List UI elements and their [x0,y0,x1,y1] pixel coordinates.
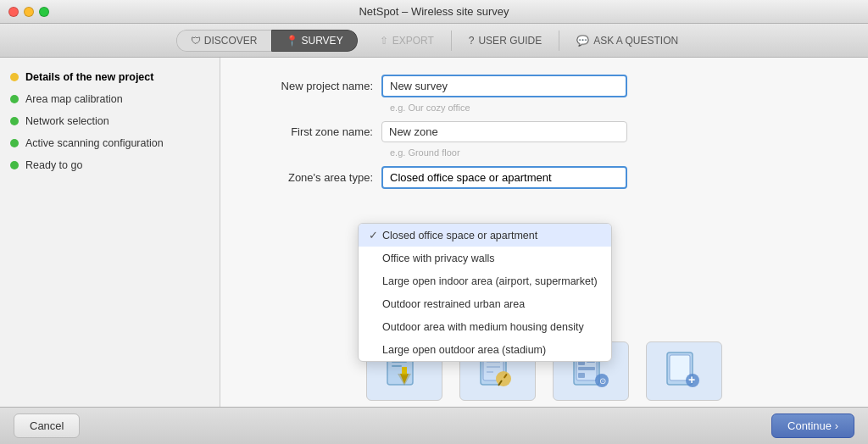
sidebar: Details of the new project Area map cali… [0,58,220,407]
discover-tab[interactable]: 🛡 DISCOVER [176,30,271,52]
svg-rect-3 [392,365,402,367]
svg-rect-20 [578,373,585,378]
survey-tab[interactable]: 📍 SURVEY [271,30,358,52]
dropdown-label-2: Large open indoor area (airport, superma… [382,275,598,287]
map-option-blank[interactable]: + Blank map [646,341,722,407]
map-option-label-draw: Draw it [481,406,513,407]
titlebar: NetSpot – Wireless site survey [0,0,868,24]
ask-question-action[interactable]: 💬 ASK A QUESTION [563,30,692,52]
ask-question-label: ASK A QUESTION [593,35,678,47]
sidebar-label-network: Network selection [25,115,109,127]
dropdown-label-4: Outdoor area with medium housing density [382,321,584,333]
dot-active [10,139,19,147]
survey-label: SURVEY [302,35,343,47]
zone-type-label: Zone's area type: [246,171,381,184]
sidebar-item-area[interactable]: Area map calibration [10,92,209,107]
toolbar: 🛡 DISCOVER 📍 SURVEY ⇧ EXPORT ? USER GUID… [0,24,868,58]
project-name-input[interactable] [381,75,627,97]
dropdown-label-3: Outdoor restrained urban area [382,298,525,310]
svg-point-12 [496,371,511,386]
toolbar-sep1 [451,31,452,51]
export-label: EXPORT [392,35,434,47]
project-name-row: New project name: [246,75,843,97]
check-icon-2 [369,275,382,287]
zone-type-row: Zone's area type: Closed office space or… [246,166,843,189]
zone-type-dropdown: ✓ Closed office space or apartment Offic… [358,223,612,362]
dot-network [10,117,19,125]
window-title: NetSpot – Wireless site survey [359,5,509,18]
maximize-button[interactable] [39,7,49,17]
sidebar-item-details[interactable]: Details of the new project [10,69,209,85]
check-icon-4 [369,320,382,333]
dropdown-item-0[interactable]: ✓ Closed office space or apartment [359,224,611,247]
content-area: New project name: e.g. Our cozy office F… [220,58,868,407]
main-layout: Details of the new project Area map cali… [0,58,868,407]
dropdown-item-4[interactable]: Outdoor area with medium housing density [359,315,611,338]
user-guide-label: USER GUIDE [478,35,542,47]
sidebar-item-ready[interactable]: Ready to go [10,158,209,173]
check-icon-1 [369,252,382,264]
export-icon: ⇧ [380,35,388,47]
zone-name-hint: e.g. Ground floor [390,147,843,158]
dot-details [10,73,19,81]
zone-name-input[interactable] [381,121,627,142]
cancel-button[interactable]: Cancel [14,413,80,438]
sidebar-label-area: Area map calibration [25,93,123,105]
svg-rect-19 [578,367,595,370]
discover-label: DISCOVER [204,35,258,47]
blank-map-icon: + [663,350,705,392]
survey-icon: 📍 [286,35,298,47]
dropdown-label-0: Closed office space or apartment [382,230,537,241]
minimize-button[interactable] [24,7,34,17]
sidebar-label-active: Active scanning configuration [25,137,164,149]
dot-area [10,95,19,103]
ask-question-icon: 💬 [576,35,589,47]
check-icon-5 [369,343,382,356]
zone-type-select[interactable]: Closed office space or apartment Office … [381,166,627,189]
dot-ready [10,161,19,169]
map-option-label-blank: Blank map [660,406,709,407]
check-icon-0: ✓ [369,229,382,241]
dropdown-item-3[interactable]: Outdoor restrained urban area [359,292,611,315]
svg-text:+: + [688,373,695,386]
close-button[interactable] [8,7,19,17]
continue-button[interactable]: Continue › [771,413,854,438]
dropdown-label-1: Office with privacy walls [382,253,494,264]
window-controls [8,7,49,17]
map-option-img-blank: + [646,341,722,401]
svg-text:⊙: ⊙ [599,376,606,386]
nav-group: 🛡 DISCOVER 📍 SURVEY [176,30,358,52]
dropdown-item-1[interactable]: Office with privacy walls [359,247,611,269]
zone-name-label: First zone name: [246,125,381,138]
dropdown-label-5: Large open outdoor area (stadium) [382,344,546,356]
map-option-label-load: Load from file [374,406,436,407]
sidebar-item-active[interactable]: Active scanning configuration [10,136,209,151]
toolbar-sep2 [559,31,559,51]
project-name-label: New project name: [246,80,381,92]
check-icon-3 [369,297,382,310]
user-guide-icon: ? [469,35,475,47]
discover-icon: 🛡 [191,35,201,47]
dropdown-item-5[interactable]: Large open outdoor area (stadium) [359,338,611,361]
project-name-hint: e.g. Our cozy office [390,103,843,113]
map-option-label-sample: Sample map [562,406,619,407]
zone-name-row: First zone name: [246,121,843,142]
export-action[interactable]: ⇧ EXPORT [366,30,448,52]
user-guide-action[interactable]: ? USER GUIDE [455,30,555,52]
bottom-bar: Cancel Continue › [0,407,868,444]
sidebar-label-ready: Ready to go [25,159,82,171]
sidebar-label-details: Details of the new project [25,71,153,83]
sidebar-item-network[interactable]: Network selection [10,114,209,129]
dropdown-item-2[interactable]: Large open indoor area (airport, superma… [359,269,611,292]
